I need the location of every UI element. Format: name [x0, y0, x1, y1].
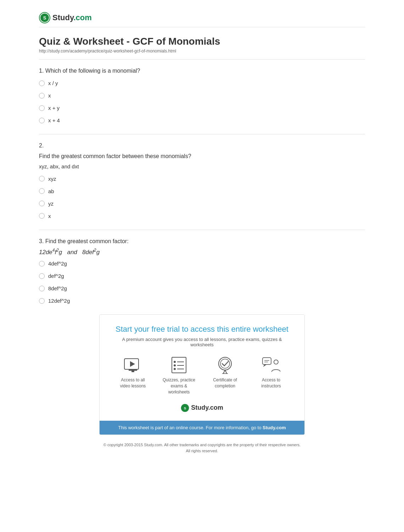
logo-area: S Study.com	[39, 12, 365, 23]
premium-box-inner: Start your free trial to access this ent…	[100, 315, 304, 420]
answer-label-2-4: x	[48, 213, 51, 219]
answer-label-3-3: 8def^2g	[48, 285, 67, 291]
answer-label-2-1: xyz	[48, 176, 56, 182]
premium-logo: S Study.com	[110, 404, 294, 412]
answer-1-4[interactable]: x + 4	[39, 117, 365, 123]
svg-rect-6	[131, 371, 134, 372]
radio-3-1[interactable]	[39, 261, 45, 267]
svg-line-16	[223, 370, 225, 374]
answer-2-4[interactable]: x	[39, 213, 365, 219]
question-3: 3. Find the greatest common factor: 12de…	[39, 237, 365, 304]
svg-text:S: S	[43, 15, 46, 21]
feature-instructors: Access toinstructors	[253, 356, 289, 395]
radio-1-2[interactable]	[39, 93, 45, 99]
question-1-text: 1. Which of the following is a monomial?	[39, 67, 365, 75]
svg-line-17	[225, 370, 227, 374]
premium-footer-link[interactable]: Study.com	[263, 425, 286, 430]
radio-2-2[interactable]	[39, 188, 45, 194]
premium-footer: This worksheet is part of an online cour…	[100, 421, 304, 435]
feature-video-label: Access to allvideo lessons	[120, 377, 146, 389]
section-divider-3	[39, 230, 365, 230]
answer-label-3-2: def^2g	[48, 273, 64, 279]
feature-quizzes-label: Quizzes, practiceexams & worksheets	[161, 377, 197, 395]
radio-3-4[interactable]	[39, 298, 45, 304]
question-2-number: 2.	[39, 141, 365, 150]
premium-logo-text: Study.com	[191, 404, 223, 411]
answer-label-3-4: 12def^2g	[48, 298, 70, 304]
answer-label-1-4: x + 4	[48, 117, 60, 123]
answer-label-2-2: ab	[48, 188, 54, 194]
question-2-subtext: xyz, abx, and dxt	[39, 163, 365, 171]
radio-2-1[interactable]	[39, 176, 45, 181]
answer-1-2[interactable]: x	[39, 93, 365, 99]
premium-features: Access to allvideo lessons Quizzes, prac…	[110, 356, 294, 395]
question-3-text: 3. Find the greatest common factor:	[39, 237, 365, 246]
premium-box: Start your free trial to access this ent…	[99, 314, 305, 435]
radio-2-4[interactable]	[39, 213, 45, 219]
answer-label-3-1: 4def^2g	[48, 261, 67, 267]
page-title-section: Quiz & Worksheet - GCF of Monomials http…	[39, 36, 365, 54]
svg-rect-5	[129, 369, 137, 371]
question-3-math: 12de4f2g and 8def2g	[39, 248, 365, 256]
premium-logo-icon: S	[181, 404, 189, 412]
section-divider-1	[39, 59, 365, 60]
svg-rect-19	[263, 358, 271, 364]
svg-point-9	[174, 364, 176, 366]
feature-quizzes: Quizzes, practiceexams & worksheets	[161, 356, 197, 395]
video-icon	[124, 356, 142, 374]
radio-1-3[interactable]	[39, 105, 45, 111]
radio-1-1[interactable]	[39, 80, 45, 86]
answer-3-1[interactable]: 4def^2g	[39, 261, 365, 267]
copyright-text: © copyright 2003-2015 Study.com. All oth…	[39, 442, 365, 448]
feature-video: Access to allvideo lessons	[115, 356, 151, 395]
question-2: 2. Find the greatest common factor betwe…	[39, 141, 365, 219]
page-title: Quiz & Worksheet - GCF of Monomials	[39, 36, 365, 47]
svg-point-23	[274, 360, 278, 364]
premium-desc: A premium account gives you access to al…	[110, 337, 294, 347]
answer-3-4[interactable]: 12def^2g	[39, 298, 365, 304]
premium-title: Start your free trial to access this ent…	[110, 325, 294, 334]
answer-label-1-3: x + y	[48, 105, 60, 111]
answer-1-3[interactable]: x + y	[39, 105, 365, 111]
radio-3-3[interactable]	[39, 286, 45, 291]
page-footer: © copyright 2003-2015 Study.com. All oth…	[39, 442, 365, 461]
feature-certificate: Certificate ofcompletion	[207, 356, 243, 395]
answer-label-2-3: yz	[48, 201, 54, 207]
svg-point-10	[174, 368, 176, 370]
answer-3-3[interactable]: 8def^2g	[39, 285, 365, 291]
question-2-text: Find the greatest common factor between …	[39, 152, 365, 161]
answer-2-3[interactable]: yz	[39, 201, 365, 207]
answer-2-2[interactable]: ab	[39, 188, 365, 194]
radio-3-2[interactable]	[39, 273, 45, 279]
rights-text: All rights reserved.	[39, 448, 365, 454]
logo-text: Study.com	[52, 13, 92, 22]
question-3-answers: 4def^2g def^2g 8def^2g 12def^2g	[39, 261, 365, 304]
radio-2-3[interactable]	[39, 201, 45, 206]
premium-footer-text: This worksheet is part of an online cour…	[118, 425, 263, 430]
feature-certificate-label: Certificate ofcompletion	[213, 377, 237, 389]
list-icon	[170, 356, 188, 374]
radio-1-4[interactable]	[39, 118, 45, 123]
site-header: S Study.com	[39, 7, 365, 27]
svg-point-8	[174, 361, 176, 363]
page-url: http://study.com/academy/practice/quiz-w…	[39, 49, 365, 54]
question-2-answers: xyz ab yz x	[39, 176, 365, 219]
answer-2-1[interactable]: xyz	[39, 176, 365, 182]
question-1: 1. Which of the following is a monomial?…	[39, 67, 365, 123]
answer-label-1-2: x	[48, 93, 51, 99]
svg-marker-20	[263, 364, 266, 367]
certificate-icon	[216, 356, 234, 374]
feature-instructors-label: Access toinstructors	[261, 377, 281, 389]
svg-marker-4	[130, 361, 135, 367]
person-icon	[262, 356, 280, 374]
answer-3-2[interactable]: def^2g	[39, 273, 365, 279]
answer-label-1-1: x / y	[48, 80, 58, 86]
logo-icon: S	[39, 12, 50, 23]
section-divider-2	[39, 134, 365, 134]
answer-1-1[interactable]: x / y	[39, 80, 365, 86]
question-1-answers: x / y x x + y x + 4	[39, 80, 365, 123]
svg-text:S: S	[184, 406, 186, 410]
